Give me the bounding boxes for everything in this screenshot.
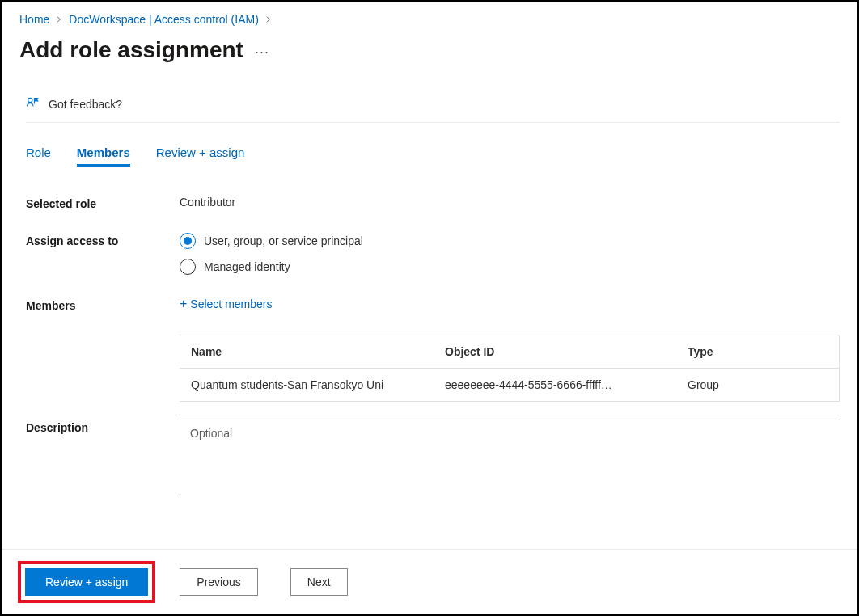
col-header-type[interactable]: Type [688, 345, 827, 358]
description-input[interactable] [180, 420, 840, 492]
tab-review-assign[interactable]: Review + assign [156, 146, 245, 167]
radio-icon [180, 233, 196, 249]
feedback-link[interactable]: Got feedback? [26, 95, 840, 123]
cell-object-id: eeeeeeee-4444-5555-6666-fffff… [445, 378, 688, 391]
svg-point-0 [28, 98, 32, 102]
footer: Review + assign Previous Next [2, 549, 857, 614]
cell-name: Quantum students-San Fransokyo Uni [191, 378, 445, 391]
tabs: Role Members Review + assign [26, 146, 840, 167]
next-button[interactable]: Next [290, 568, 348, 596]
members-label: Members [26, 297, 180, 312]
radio-icon [180, 259, 196, 275]
selected-role-label: Selected role [26, 196, 180, 210]
previous-button[interactable]: Previous [180, 568, 257, 596]
chevron-right-icon [265, 15, 272, 24]
highlight-annotation: Review + assign [18, 561, 155, 603]
breadcrumb-home[interactable]: Home [19, 13, 49, 26]
radio-user-group-principal[interactable]: User, group, or service principal [180, 233, 840, 249]
feedback-icon [26, 95, 40, 112]
members-table: Name Object ID Type Quantum students-San… [180, 335, 840, 402]
radio-label: User, group, or service principal [204, 234, 363, 247]
chevron-right-icon [56, 15, 62, 24]
review-assign-button[interactable]: Review + assign [25, 568, 148, 596]
more-icon[interactable]: ··· [255, 40, 269, 61]
plus-icon: + [180, 297, 187, 310]
radio-managed-identity[interactable]: Managed identity [180, 259, 840, 275]
table-row[interactable]: Quantum students-San Fransokyo Uni eeeee… [180, 369, 839, 402]
radio-label: Managed identity [204, 260, 290, 273]
feedback-label: Got feedback? [49, 98, 122, 111]
tab-role[interactable]: Role [26, 146, 51, 167]
tab-members[interactable]: Members [77, 146, 130, 167]
cell-type: Group [688, 378, 827, 391]
col-header-object-id[interactable]: Object ID [445, 345, 688, 358]
select-members-link[interactable]: + Select members [180, 297, 840, 310]
breadcrumb: Home DocWorkspace | Access control (IAM) [19, 13, 840, 26]
select-members-label: Select members [190, 297, 272, 310]
page-title: Add role assignment [19, 37, 243, 63]
col-header-name[interactable]: Name [191, 345, 445, 358]
assign-access-label: Assign access to [26, 233, 180, 247]
selected-role-value: Contributor [180, 196, 840, 209]
breadcrumb-workspace[interactable]: DocWorkspace | Access control (IAM) [69, 13, 258, 26]
description-label: Description [26, 420, 180, 434]
